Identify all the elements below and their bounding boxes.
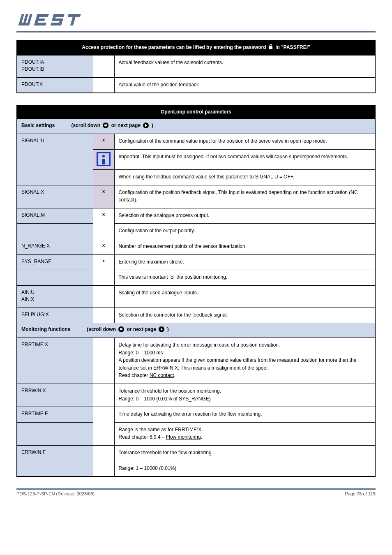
param-label: PDOUT:IA PDOUT:IB: [17, 56, 93, 78]
info-icon: [97, 152, 111, 166]
desc-cell: Entering the maximum stroke.: [114, 254, 375, 270]
brand-logo: [16, 12, 376, 29]
param-label: [17, 461, 93, 476]
code-cell: [93, 384, 114, 407]
desc-cell: Time delay for activating the error reac…: [114, 407, 375, 423]
table-header-text-right: in "PASSFREI": [275, 44, 310, 50]
table-row: SIGNAL:U x Configuration of the command …: [17, 134, 375, 150]
desc-cell: Tolerance threshold for the flow monitor…: [114, 446, 375, 461]
table-row: Range is the same as for ERRTIME:X. Read…: [17, 422, 375, 445]
code-cell: x: [93, 134, 114, 150]
table-row: PDOUT:X Actual value of the position fee…: [17, 77, 375, 93]
param-label: SIGNAL:U: [17, 134, 93, 185]
heart-icon: [118, 326, 124, 333]
code-cell: x: [93, 185, 114, 208]
table-openloop: OpenLoop control parameters Basic settin…: [16, 105, 376, 477]
desc-cell: Configuration of the output polarity.: [114, 224, 375, 239]
desc-cell: Actual value of the position feedback: [114, 77, 375, 93]
param-label: ERRTIME:F: [17, 407, 93, 423]
table-header: OpenLoop control parameters: [17, 105, 375, 119]
svg-rect-3: [18, 23, 30, 25]
svg-rect-12: [51, 23, 62, 25]
desc-line: Tolerance threshold for the position mon…: [119, 387, 371, 395]
param-label: SIGNAL:X: [17, 185, 93, 208]
page-footer: POS-123-P-SP-EN (Release: 2023/08) Page …: [16, 491, 376, 496]
subheader-title: Monitoring functions: [21, 326, 70, 332]
desc-line: Range: 0 – 1000 (0,01% of SYS_RANGE): [119, 395, 371, 403]
param-label: N_RANGE:X: [17, 239, 93, 254]
table-row: SIGNAL:X x Configuration of the position…: [17, 185, 375, 208]
desc-line: Range is the same as for ERRTIME:X.: [119, 426, 371, 434]
table-row: PDOUT:IA PDOUT:IB Actual feedback values…: [17, 56, 375, 78]
code-cell: [93, 285, 114, 308]
code-cell: [93, 338, 114, 384]
desc-cell: Actual feedback values of the solenoid c…: [114, 56, 375, 78]
param-label: ERRTIME:X: [17, 338, 93, 384]
param-label: PDOUT:X: [17, 77, 93, 93]
desc-cell: Scaling of the used analogue inputs.: [114, 285, 375, 308]
table-header: Access protection for these parameters c…: [17, 40, 375, 56]
desc-line: A position deviation appears if the give…: [119, 356, 371, 372]
subheader-hint-a: (scroll down: [87, 326, 117, 332]
desc-cell: Selection of the analogue process output…: [114, 208, 375, 224]
table-row: ERRWIN:F Tolerance threshold for the flo…: [17, 446, 375, 461]
desc-line: Delay time for activating the error mess…: [119, 341, 371, 349]
desc-line: Read chapter NC contact.: [119, 372, 371, 379]
code-cell: [93, 407, 114, 446]
footer-left: POS-123-P-SP-EN (Release: 2023/08): [16, 491, 95, 496]
subheader-title: Basic settings: [21, 123, 55, 128]
code-cell: [93, 308, 114, 323]
param-label: AIN:U AIN:X: [17, 285, 93, 308]
subheader-hint-a: (scroll down: [71, 123, 101, 128]
header-rule: [16, 31, 376, 32]
link-nc-contact[interactable]: NC contact: [150, 372, 174, 378]
param-label: [17, 224, 93, 239]
code-cell: [93, 56, 114, 78]
table-row: ERRTIME:X Delay time for activating the …: [17, 338, 375, 384]
footer-rule: [16, 488, 376, 490]
table-row: N_RANGE:X x Number of measurement points…: [17, 239, 375, 254]
table-access-protection: Access protection for these parameters c…: [16, 40, 376, 93]
subheader-hint-b: or next page: [111, 123, 142, 128]
table-row: This value is important for the position…: [17, 270, 375, 286]
subheader-basic: Basic settings (scroll down or next page…: [17, 119, 375, 134]
table-row: ERRTIME:F Time delay for activating the …: [17, 407, 375, 423]
desc-line: Range: 0 – 1000 ms: [119, 349, 371, 357]
desc-line: Read chapter 6.9.4 – Flow monitoring.: [119, 433, 371, 441]
code-cell: [93, 446, 114, 477]
table-row: Configuration of the output polarity.: [17, 224, 375, 239]
info-cell: [93, 149, 114, 169]
footer-right: Page 76 of 115: [345, 491, 376, 496]
lock-icon: [268, 44, 273, 51]
desc-cell: When using the fieldbus command value se…: [114, 169, 375, 185]
desc-cell: Number of measurement points of the sens…: [114, 239, 375, 254]
param-label: [17, 422, 93, 445]
desc-cell: Tolerance threshold for the position mon…: [114, 384, 375, 407]
next-icon: [159, 326, 164, 333]
link-sys-range[interactable]: SYS_RANGE: [179, 396, 209, 402]
table-row: AIN:U AIN:X Scaling of the used analogue…: [17, 285, 375, 308]
heart-icon: [103, 123, 108, 130]
param-label: SELPLUG:X: [17, 308, 93, 323]
param-label: SIGNAL:M: [17, 208, 93, 224]
desc-cell: Configuration of the command value input…: [114, 134, 375, 150]
link-flow-monitoring[interactable]: Flow monitoring: [166, 434, 201, 440]
desc-cell: This value is important for the position…: [114, 270, 375, 286]
table-row: SYS_RANGE x Entering the maximum stroke.: [17, 254, 375, 270]
table-header-text-left: Access protection for these parameters c…: [82, 44, 267, 50]
code-cell: x: [93, 239, 114, 254]
next-icon: [143, 123, 149, 130]
param-label: SYS_RANGE: [17, 254, 93, 270]
table-row: Range: 1 – 10000 (0,01%): [17, 461, 375, 476]
desc-cell: Configuration of the position feedback s…: [114, 185, 375, 208]
desc-cell: Selection of the connector for the feedb…: [114, 308, 375, 323]
code-cell: x: [93, 208, 114, 239]
desc-cell: Range is the same as for ERRTIME:X. Read…: [114, 422, 375, 445]
subheader-hint-c: ): [152, 123, 153, 128]
subheader-monitoring: Monitoring functions (scroll down or nex…: [17, 323, 375, 338]
subheader-hint-c: ): [167, 326, 169, 332]
code-cell: [93, 77, 114, 93]
code-cell: [93, 169, 114, 185]
table-row: SIGNAL:M x Selection of the analogue pro…: [17, 208, 375, 224]
subheader-hint-b: or next page: [127, 326, 158, 332]
